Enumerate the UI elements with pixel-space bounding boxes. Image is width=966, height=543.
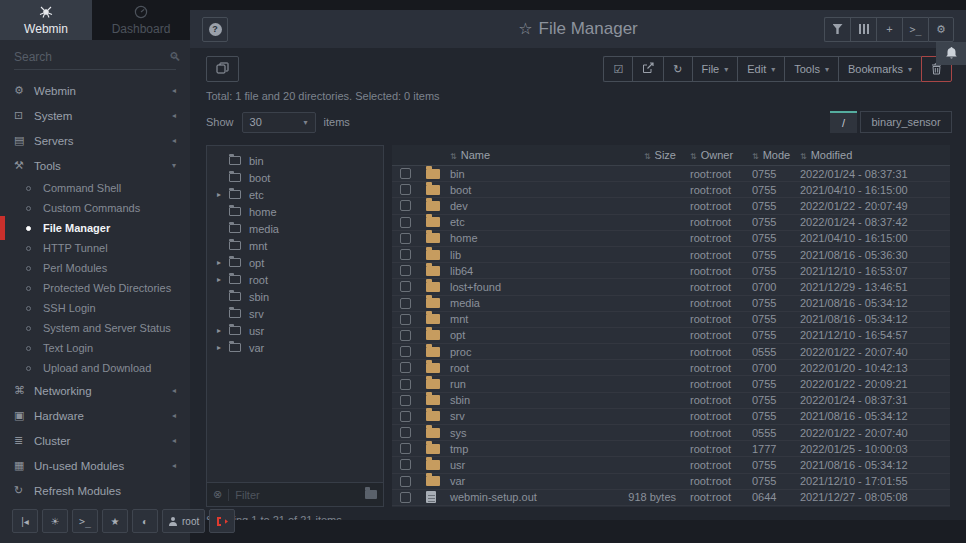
paste-buffer-button[interactable]: [206, 56, 239, 82]
expand-caret-icon[interactable]: ▸: [217, 275, 229, 284]
row-checkbox[interactable]: [400, 362, 411, 373]
toolbar-menu-button[interactable]: Tools ▾: [784, 56, 838, 82]
sidebar-category[interactable]: ▤ Servers ◂: [0, 128, 190, 153]
row-name[interactable]: var: [450, 475, 594, 487]
submenu-item[interactable]: Perl Modules: [0, 258, 190, 278]
tree-filter-input[interactable]: Filter: [228, 489, 359, 501]
sidebar-category[interactable]: ⊡ System ◂: [0, 103, 190, 128]
row-checkbox[interactable]: [400, 476, 411, 487]
select-all-button[interactable]: ☑: [603, 56, 632, 82]
root-path-button[interactable]: /: [830, 111, 857, 133]
expand-caret-icon[interactable]: ▸: [217, 190, 229, 199]
notifications-button[interactable]: [936, 42, 966, 65]
tree-item[interactable]: ▸ usr: [207, 322, 383, 339]
row-name[interactable]: media: [450, 297, 594, 309]
table-row[interactable]: webmin-setup.out 918 bytes root:root 064…: [392, 490, 950, 506]
row-checkbox[interactable]: [400, 217, 411, 228]
table-row[interactable]: run root:root 0755 2022/01/22 - 20:09:21: [392, 376, 950, 392]
submenu-item[interactable]: Upload and Download: [0, 358, 190, 378]
submenu-item[interactable]: Protected Web Directories: [0, 278, 190, 298]
tree-item[interactable]: ▸ root: [207, 271, 383, 288]
table-row[interactable]: home root:root 0755 2021/04/10 - 16:15:0…: [392, 231, 950, 247]
column-header-size[interactable]: ⇅Size: [594, 149, 690, 161]
row-checkbox[interactable]: [400, 427, 411, 438]
sidebar-category[interactable]: ≣ Cluster ◂: [0, 428, 190, 453]
tree-item[interactable]: ▸ srv: [207, 305, 383, 322]
table-row[interactable]: etc root:root 0755 2022/01/24 - 08:37:42: [392, 215, 950, 231]
tree-item[interactable]: ▸ opt: [207, 254, 383, 271]
row-checkbox[interactable]: [400, 265, 411, 276]
row-checkbox[interactable]: [400, 459, 411, 470]
row-checkbox[interactable]: [400, 379, 411, 390]
row-checkbox[interactable]: [400, 492, 411, 503]
sidebar-category[interactable]: ▦ Un-used Modules ◂: [0, 453, 190, 478]
submenu-item[interactable]: File Manager: [0, 218, 190, 238]
row-checkbox[interactable]: [400, 249, 411, 260]
table-row[interactable]: boot root:root 0755 2021/04/10 - 16:15:0…: [392, 182, 950, 198]
row-name[interactable]: opt: [450, 329, 594, 341]
tree-item[interactable]: ▸ home: [207, 203, 383, 220]
row-name[interactable]: home: [450, 232, 594, 244]
row-name[interactable]: sys: [450, 427, 594, 439]
row-name[interactable]: webmin-setup.out: [450, 491, 594, 503]
row-checkbox[interactable]: [400, 443, 411, 454]
column-header-modified[interactable]: ⇅Modified: [800, 149, 950, 161]
table-row[interactable]: var root:root 0755 2021/12/10 - 17:01:55: [392, 474, 950, 490]
add-button[interactable]: +: [876, 17, 902, 42]
row-name[interactable]: bin: [450, 168, 594, 180]
toolbar-menu-button[interactable]: File ▾: [692, 56, 738, 82]
collapse-sidebar-button[interactable]: |◂: [12, 509, 38, 533]
tab-dashboard[interactable]: Dashboard: [92, 0, 190, 40]
table-row[interactable]: opt root:root 0755 2021/12/10 - 16:54:57: [392, 328, 950, 344]
row-name[interactable]: usr: [450, 459, 594, 471]
row-name[interactable]: root: [450, 362, 594, 374]
submenu-item[interactable]: System and Server Status: [0, 318, 190, 338]
tree-item[interactable]: ▸ mnt: [207, 237, 383, 254]
sidebar-category[interactable]: ▣ Hardware ◂: [0, 403, 190, 428]
row-checkbox[interactable]: [400, 346, 411, 357]
search-input[interactable]: [14, 50, 169, 64]
row-name[interactable]: boot: [450, 184, 594, 196]
column-header-name[interactable]: ⇅Name: [450, 149, 594, 161]
row-checkbox[interactable]: [400, 298, 411, 309]
toolbar-menu-button[interactable]: Bookmarks ▾: [838, 56, 921, 82]
table-row[interactable]: media root:root 0755 2021/08/16 - 05:34:…: [392, 296, 950, 312]
table-row[interactable]: lib64 root:root 0755 2021/12/10 - 16:53:…: [392, 263, 950, 279]
sidebar-category[interactable]: ⚙ Webmin ◂: [0, 78, 190, 103]
refresh-button[interactable]: ↻: [663, 56, 691, 82]
row-name[interactable]: etc: [450, 216, 594, 228]
terminal-button[interactable]: >_: [72, 509, 98, 533]
table-row[interactable]: lib root:root 0755 2021/08/16 - 05:36:30: [392, 247, 950, 263]
row-name[interactable]: srv: [450, 410, 594, 422]
row-name[interactable]: mnt: [450, 313, 594, 325]
help-button[interactable]: ?: [202, 17, 228, 42]
path-search-box[interactable]: binary_sensor: [860, 111, 952, 133]
row-checkbox[interactable]: [400, 281, 411, 292]
row-checkbox[interactable]: [400, 233, 411, 244]
row-checkbox[interactable]: [400, 395, 411, 406]
row-checkbox[interactable]: [400, 411, 411, 422]
table-row[interactable]: sys root:root 0555 2022/01/22 - 20:07:40: [392, 425, 950, 441]
row-name[interactable]: dev: [450, 200, 594, 212]
submenu-item[interactable]: Command Shell: [0, 178, 190, 198]
clear-filter-icon[interactable]: ⊗: [213, 488, 222, 501]
toolbar-menu-button[interactable]: Edit ▾: [737, 56, 784, 82]
expand-caret-icon[interactable]: ▸: [217, 343, 229, 352]
page-size-select[interactable]: 30 ▾: [242, 112, 316, 133]
row-checkbox[interactable]: [400, 168, 411, 179]
row-checkbox[interactable]: [400, 200, 411, 211]
share-button[interactable]: [632, 56, 663, 82]
tree-item[interactable]: ▸ boot: [207, 169, 383, 186]
folder-filter-icon[interactable]: [365, 490, 377, 499]
submenu-item[interactable]: HTTP Tunnel: [0, 238, 190, 258]
row-name[interactable]: lib64: [450, 265, 594, 277]
table-row[interactable]: sbin root:root 0755 2022/01/24 - 08:37:3…: [392, 393, 950, 409]
row-checkbox[interactable]: [400, 184, 411, 195]
table-row[interactable]: root root:root 0700 2022/01/20 - 10:42:1…: [392, 360, 950, 376]
columns-button[interactable]: [850, 17, 876, 42]
tree-item[interactable]: ▸ sbin: [207, 288, 383, 305]
row-name[interactable]: lost+found: [450, 281, 594, 293]
column-header-mode[interactable]: ⇅Mode: [752, 149, 800, 161]
tree-item[interactable]: ▸ etc: [207, 186, 383, 203]
submenu-item[interactable]: SSH Login: [0, 298, 190, 318]
